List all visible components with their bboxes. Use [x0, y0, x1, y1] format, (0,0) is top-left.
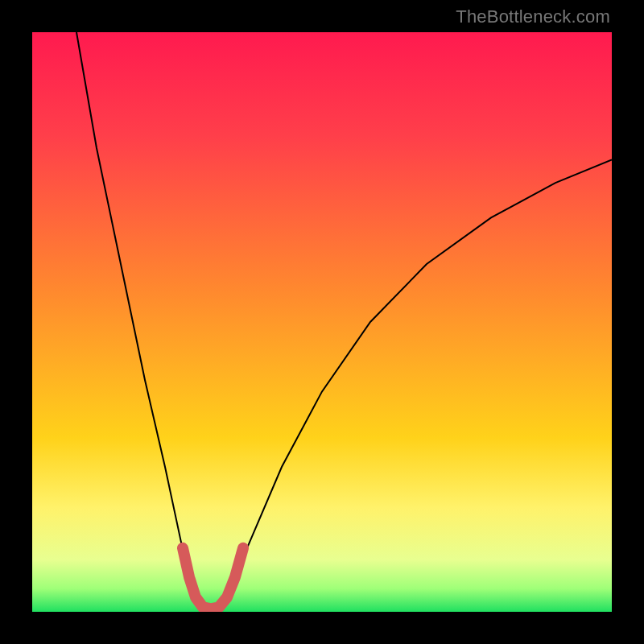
overlay-marker-path — [183, 548, 243, 609]
curve-layer — [32, 32, 612, 612]
plot-area — [32, 32, 612, 612]
main-curve-path — [76, 32, 612, 609]
chart-frame: TheBottleneck.com — [0, 0, 644, 644]
watermark-text: TheBottleneck.com — [456, 6, 610, 27]
